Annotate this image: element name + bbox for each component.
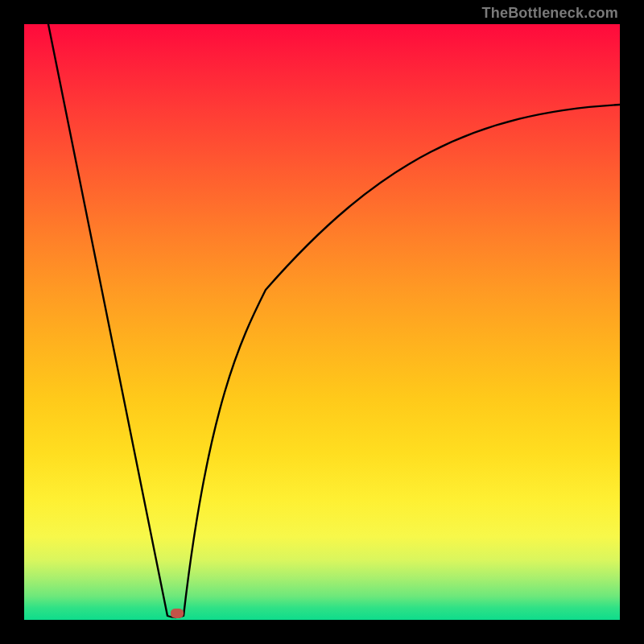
- curve-path: [48, 24, 620, 617]
- chart-frame: TheBottleneck.com: [0, 0, 644, 644]
- optimum-marker: [171, 609, 184, 618]
- watermark-text: TheBottleneck.com: [482, 5, 618, 22]
- bottleneck-curve: [24, 24, 620, 620]
- plot-area: [24, 24, 620, 620]
